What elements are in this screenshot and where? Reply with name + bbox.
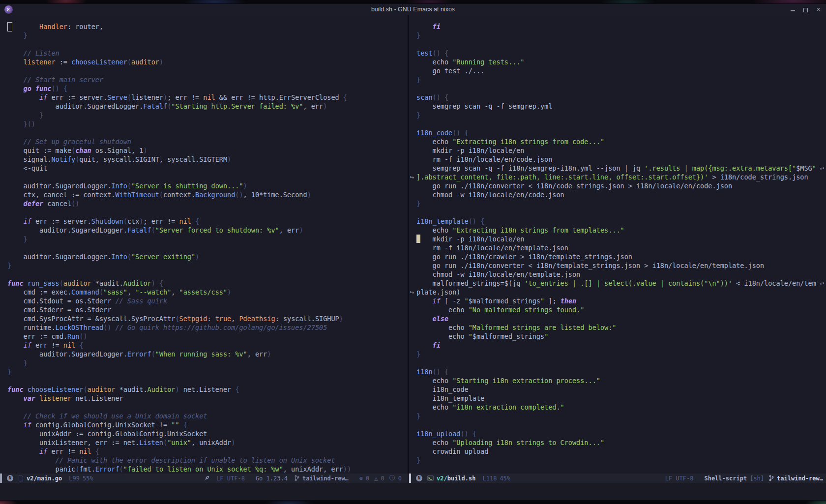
file-icon bbox=[18, 475, 24, 481]
maximize-button[interactable] bbox=[803, 7, 808, 12]
code-line: } bbox=[416, 199, 826, 208]
code-line bbox=[7, 243, 408, 252]
buffer-name[interactable]: v2/main.go bbox=[27, 475, 62, 482]
code-line: echo "Starting i18n extraction process..… bbox=[416, 376, 826, 385]
language-version: Go 1.23.4 bbox=[256, 475, 288, 482]
code-line: } bbox=[416, 412, 826, 420]
code-line: ↪].abstract_content, file:.path, line:.s… bbox=[416, 173, 826, 181]
echo-area[interactable] bbox=[0, 483, 826, 500]
code-line: <-quit bbox=[7, 164, 408, 173]
code-line: echo "i18n extraction completed." bbox=[416, 403, 826, 412]
line-indicator: L118 bbox=[482, 475, 497, 482]
code-line: i18n_upload() { bbox=[416, 429, 826, 438]
minimize-button[interactable] bbox=[790, 7, 796, 12]
code-line: go run ./i18n/converter < i18n/code_stri… bbox=[416, 181, 826, 190]
code-line: go test ./... bbox=[416, 66, 826, 75]
code-line bbox=[416, 358, 826, 367]
code-line: if err != nil { bbox=[7, 341, 408, 350]
code-line: err := cmd.Run() bbox=[7, 332, 408, 341]
code-line bbox=[416, 420, 826, 429]
code-line: go run ./i18n/converter < i18n/template_… bbox=[416, 261, 826, 270]
code-line: } bbox=[7, 31, 408, 40]
code-line bbox=[7, 40, 408, 49]
code-line: cmd.Stderr = os.Stderr bbox=[7, 305, 408, 314]
code-line: unixListener, err := net.Listen("unix", … bbox=[7, 438, 408, 447]
code-line: Handler: router, bbox=[7, 22, 408, 31]
code-line: scan() { bbox=[416, 93, 826, 102]
code-line: auditor.SugaredLogger.Fatalf("Server for… bbox=[7, 226, 408, 235]
code-line bbox=[7, 208, 408, 217]
code-line: panic(fmt.Errorf("failed to listen on Un… bbox=[7, 465, 408, 474]
text-cursor bbox=[7, 22, 12, 31]
flycheck-warning-count: 0 bbox=[381, 475, 384, 482]
code-line: defer cancel() bbox=[7, 199, 408, 208]
line-wrap-continuation-icon: ↪ bbox=[410, 288, 414, 296]
git-branch-name[interactable]: tailwind-rew… bbox=[302, 475, 349, 482]
code-line: mkdir -p i18n/locale/en bbox=[416, 146, 826, 155]
code-line bbox=[416, 208, 826, 217]
code-line: var listener net.Listener bbox=[7, 394, 408, 403]
terminal-icon bbox=[427, 475, 434, 481]
code-line: listener := chooseListener(auditor) bbox=[7, 58, 408, 66]
editor-area: Handler: router, } // Listen listener :=… bbox=[0, 15, 826, 474]
code-line: } bbox=[7, 367, 408, 376]
code-line: echo "Malformed strings are listed below… bbox=[416, 323, 826, 332]
code-line: // Set up graceful shutdown bbox=[7, 137, 408, 146]
code-line: auditor.SugaredLogger.Errorf("When runni… bbox=[7, 350, 408, 358]
code-line: i18n_template() { bbox=[416, 217, 826, 226]
evil-state-indicator: N bbox=[7, 475, 13, 481]
buffer-name[interactable]: build.sh bbox=[447, 475, 476, 482]
line-wrap-icon: ↩ bbox=[820, 164, 824, 173]
code-line: }() bbox=[7, 119, 408, 128]
git-branch-icon bbox=[295, 475, 299, 481]
code-line: } bbox=[7, 235, 408, 243]
scroll-percent: 45% bbox=[500, 475, 510, 482]
right-window-build-sh[interactable]: fi}test() { echo "Running tests..." go t… bbox=[409, 15, 826, 474]
code-line: rm -f i18n/locale/en/code.json bbox=[416, 155, 826, 164]
left-buffer-code[interactable]: Handler: router, } // Listen listener :=… bbox=[0, 15, 408, 474]
code-line: if err := server.Serve(listener); err !=… bbox=[7, 93, 408, 102]
code-line: echo "No malformed strings found." bbox=[416, 305, 826, 314]
titlebar[interactable]: ε build.sh - GNU Emacs at nixos ✕ bbox=[0, 4, 826, 16]
code-line: quit := make(chan os.Signal, 1) bbox=[7, 146, 408, 155]
code-line: echo "Uploading i18n strings to Crowdin.… bbox=[416, 438, 826, 447]
window-controls: ✕ bbox=[790, 4, 821, 15]
code-line bbox=[416, 84, 826, 93]
evil-state-indicator: N bbox=[416, 475, 422, 481]
flycheck-info-count: 0 bbox=[398, 475, 402, 482]
code-line: } bbox=[416, 31, 826, 40]
modeline-bar bbox=[409, 474, 411, 483]
code-line: } bbox=[7, 111, 408, 119]
code-line: i18n() { bbox=[416, 367, 826, 376]
eol-encoding: LF UTF-8 bbox=[665, 475, 694, 482]
code-line: ctx, cancel := context.WithTimeout(conte… bbox=[7, 190, 408, 199]
code-line: ↪plate.json) bbox=[416, 288, 826, 296]
code-line: semgrep scan -q -f i18n/semgrep-i18n.yml… bbox=[416, 164, 826, 173]
code-line: semgrep scan -q -f semgrep.yml bbox=[416, 102, 826, 111]
eol-encoding: LF UTF-8 bbox=[216, 475, 245, 482]
code-line: chmod -w i18n/locale/en/template.json bbox=[416, 270, 826, 279]
project-dir[interactable]: v2/ bbox=[437, 475, 447, 482]
code-line: rm -f i18n/locale/en/template.json bbox=[416, 243, 826, 252]
code-line: signal.Notify(quit, syscall.SIGINT, sysc… bbox=[7, 155, 408, 164]
code-line: go func() { bbox=[7, 84, 408, 93]
major-mode[interactable]: Shell-script bbox=[704, 475, 747, 482]
code-line: } bbox=[416, 350, 826, 358]
modeline-right: N v2/build.sh L118 45% LF UTF-8 Shell-sc… bbox=[409, 474, 826, 483]
code-line: } bbox=[416, 456, 826, 465]
code-line: echo "Extracting i18n strings from code.… bbox=[416, 137, 826, 146]
text-cursor bbox=[416, 235, 420, 243]
git-branch-name[interactable]: tailwind-rew… bbox=[777, 475, 823, 482]
right-buffer-code[interactable]: fi}test() { echo "Running tests..." go t… bbox=[409, 15, 826, 474]
close-button[interactable]: ✕ bbox=[816, 7, 821, 12]
left-window-main-go[interactable]: Handler: router, } // Listen listener :=… bbox=[0, 15, 408, 474]
code-line bbox=[7, 403, 408, 412]
code-line: echo "Extracting i18n strings from templ… bbox=[416, 226, 826, 235]
modeline-bar bbox=[0, 474, 2, 483]
code-line: echo "Running tests..." bbox=[416, 58, 826, 66]
code-line: } bbox=[416, 111, 826, 119]
code-line: auditor.SugaredLogger.Info("Server is sh… bbox=[7, 181, 408, 190]
code-line: runtime.LockOSThread() // Go quirk https… bbox=[7, 323, 408, 332]
line-wrap-icon: ↩ bbox=[820, 279, 824, 288]
code-line: echo "$malformed_strings" bbox=[416, 332, 826, 341]
